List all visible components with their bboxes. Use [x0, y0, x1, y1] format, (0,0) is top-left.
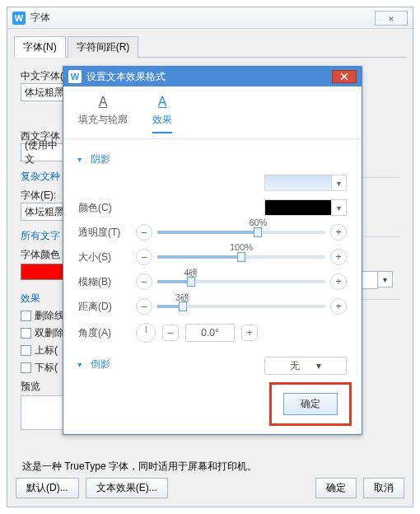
section-shadow[interactable]: 阴影 — [78, 152, 347, 166]
font-dialog-buttons: 默认(D)... 文本效果(E)... 确定 取消 — [16, 478, 404, 498]
app-logo-icon: W — [68, 70, 82, 83]
checkbox-icon — [21, 311, 31, 321]
blur-minus-button[interactable]: – — [136, 273, 152, 290]
opacity-slider[interactable]: 60% — [157, 231, 325, 234]
small-dropdown-button[interactable]: ▾ — [378, 271, 393, 287]
tab-effect[interactable]: A 效果 — [152, 95, 172, 133]
tab-font[interactable]: 字体(N) — [14, 36, 66, 58]
label-distance: 距离(D) — [78, 300, 136, 314]
font-dialog-close-button[interactable]: ⨉ — [375, 11, 408, 26]
font-dialog-title: 字体 — [30, 11, 50, 25]
shadow-preset-select[interactable]: ▾ — [264, 175, 347, 191]
fill-outline-icon: A — [99, 95, 108, 110]
opacity-minus-button[interactable]: – — [136, 224, 152, 241]
angle-dial[interactable] — [136, 323, 156, 343]
close-icon — [340, 72, 348, 81]
effect-icon: A — [158, 95, 167, 110]
font-dialog-tabs: 字体(N) 字符间距(R) — [14, 35, 406, 58]
label-angle: 角度(A) — [78, 326, 136, 340]
tab-fill-outline[interactable]: A 填充与轮廓 — [78, 95, 128, 133]
angle-input[interactable]: 0.0° — [185, 324, 235, 342]
reflection-select[interactable]: 无 ▾ — [264, 357, 347, 375]
angle-plus-button[interactable]: + — [241, 325, 258, 341]
chevron-down-icon: ▾ — [332, 175, 347, 191]
effect-close-button[interactable] — [332, 70, 357, 83]
default-button[interactable]: 默认(D)... — [16, 478, 79, 498]
label-opacity: 透明度(T) — [78, 226, 136, 240]
angle-minus-button[interactable]: – — [162, 325, 179, 341]
font-cancel-button[interactable]: 取消 — [363, 478, 404, 498]
checkbox-icon — [21, 345, 31, 356]
label-size: 大小(S) — [78, 250, 136, 264]
blur-slider[interactable]: 4磅 — [157, 280, 325, 283]
distance-minus-button[interactable]: – — [136, 298, 152, 315]
blur-plus-button[interactable]: + — [330, 273, 347, 290]
label-color: 颜色(C) — [78, 201, 136, 215]
app-logo-icon: W — [12, 12, 26, 25]
checkbox-icon — [21, 328, 31, 339]
chevron-down-icon: ▾ — [316, 360, 321, 371]
distance-slider[interactable]: 3磅 — [157, 305, 325, 308]
shadow-color-select[interactable]: ▾ — [264, 199, 347, 216]
triangle-down-icon — [78, 154, 86, 166]
font-footnote: 这是一种 TrueType 字体，同时适用于屏幕和打印机。 — [22, 460, 257, 474]
checkbox-icon — [21, 362, 31, 373]
size-plus-button[interactable]: + — [330, 249, 347, 265]
effect-tabs: A 填充与轮廓 A 效果 — [63, 86, 362, 139]
font-dialog-titlebar: W 字体 ⨉ — [7, 7, 413, 29]
effect-ok-button[interactable]: 确定 — [283, 393, 338, 415]
size-slider[interactable]: 100% — [157, 255, 325, 259]
ok-highlight-frame: 确定 — [269, 382, 352, 426]
tab-spacing[interactable]: 字符间距(R) — [68, 36, 139, 58]
font-color-swatch[interactable] — [21, 264, 68, 280]
effect-dialog-title: 设置文本效果格式 — [86, 70, 166, 84]
font-ok-button[interactable]: 确定 — [315, 478, 357, 498]
effect-dialog-titlebar: W 设置文本效果格式 — [63, 67, 362, 86]
size-minus-button[interactable]: – — [136, 249, 152, 265]
distance-plus-button[interactable]: + — [330, 298, 347, 315]
opacity-plus-button[interactable]: + — [330, 224, 347, 241]
effect-body: 阴影 ▾ 颜色(C) ▾ 透明度(T) – 60% + 大小(S) – — [63, 139, 362, 391]
label-blur: 模糊(B) — [78, 275, 136, 289]
triangle-down-icon — [78, 359, 86, 371]
text-effect-dialog: W 设置文本效果格式 A 填充与轮廓 A 效果 阴影 ▾ 颜色(C) ▾ 透明度… — [63, 66, 362, 435]
text-effect-button[interactable]: 文本效果(E)... — [86, 478, 168, 498]
chevron-down-icon: ▾ — [332, 199, 347, 216]
